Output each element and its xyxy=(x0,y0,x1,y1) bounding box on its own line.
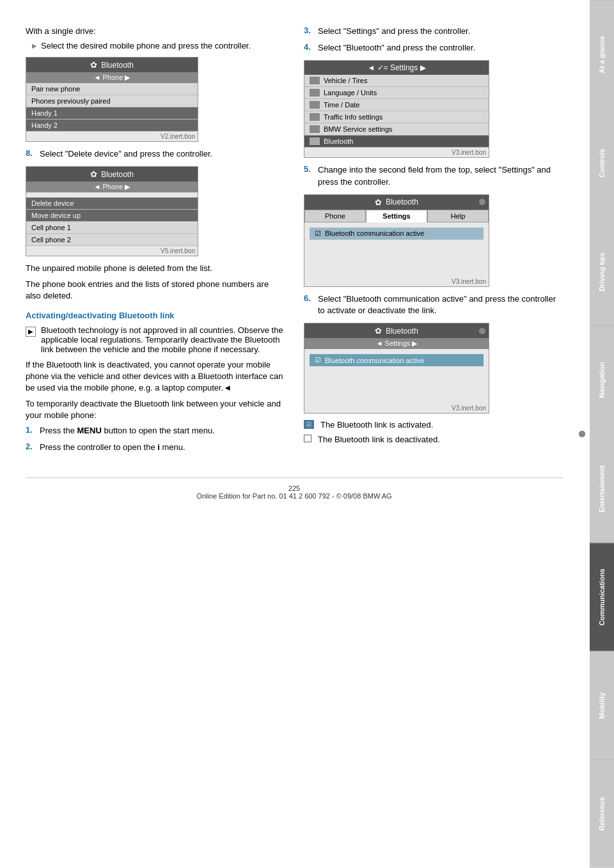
activated-label-text: The Bluetooth link is activated. xyxy=(320,420,433,430)
section-heading-bluetooth: Activating/deactivating Bluetooth link xyxy=(26,311,285,320)
settings-item-language-text: Language / Units xyxy=(324,89,377,97)
screen-settings: ◄ ✓= Settings ▶ Vehicle / Tires Language… xyxy=(304,60,489,158)
step-6-number: 6. xyxy=(304,293,314,316)
bt-activated-icon: ☑ xyxy=(315,356,321,364)
vehicle-icon xyxy=(310,77,320,84)
step-6-text: Select "Bluetooth communication active" … xyxy=(318,293,563,316)
settings-title-bar: ◄ ✓= Settings ▶ xyxy=(304,61,489,75)
bt-activated-area: ☑ Bluetooth communication active xyxy=(304,349,489,403)
screen2-item-cell1: Cell phone 1 xyxy=(26,222,198,234)
unpaired-text-2: The phone book entries and the lists of … xyxy=(26,279,285,302)
intro-text: With a single drive: xyxy=(26,26,285,37)
bt-icon-4: ✿ xyxy=(375,326,382,336)
sidebar-tab-reference[interactable]: Reference xyxy=(590,759,614,868)
triangle-icon: ▶ xyxy=(32,42,37,50)
left-column: With a single drive: ▶ Select the desire… xyxy=(26,26,285,458)
step-4: 4. Select "Bluetooth" and press the cont… xyxy=(304,42,563,54)
bt-screen-empty xyxy=(307,242,486,274)
sub-bullet-block: ▶ Select the desired mobile phone and pr… xyxy=(32,41,285,50)
step-2-text: Press the controller to open the i menu. xyxy=(40,442,285,453)
time-icon xyxy=(310,101,320,109)
sidebar-tab-entertainment[interactable]: Entertainment xyxy=(590,434,614,543)
settings-item-language: Language / Units xyxy=(304,87,489,99)
screen-bluetooth-phone: ✿ Bluetooth ◄ Phone ▶ Pair new phone Pho… xyxy=(26,57,198,142)
bt-activated-label-id: V3.inert.bon xyxy=(304,403,489,413)
screen2-item-delete: Delete device xyxy=(26,198,198,210)
settings-item-time-text: Time / Date xyxy=(324,101,359,109)
sidebar: At a glance Controls Driving tips Naviga… xyxy=(590,0,614,868)
screen1-item-handy2: Handy 2 xyxy=(26,120,198,132)
sidebar-tab-controls[interactable]: Controls xyxy=(590,109,614,217)
sidebar-tab-navigation[interactable]: Navigation xyxy=(590,325,614,434)
screen1-item-pair: Pair new phone xyxy=(26,83,198,95)
para3: To temporarily deactivate the Bluetooth … xyxy=(26,398,285,421)
settings-item-bmw-text: BMW Service settings xyxy=(324,125,393,133)
bt-tab-settings[interactable]: Settings xyxy=(366,210,427,222)
step-3-number: 3. xyxy=(304,26,314,37)
bt-tabs: Phone Settings Help xyxy=(304,210,489,222)
bt-comm-text: Bluetooth communication active xyxy=(325,229,424,237)
checkbox-icon xyxy=(304,435,311,442)
settings-item-bluetooth: Bluetooth xyxy=(304,136,489,148)
bt-activated-subtitle: ◄ Settings ▶ xyxy=(304,338,489,349)
bt-settings-dot xyxy=(479,199,485,205)
bt-communication-item: ☑ Bluetooth communication active xyxy=(310,228,484,240)
language-icon xyxy=(310,89,320,97)
settings-item-vehicle-text: Vehicle / Tires xyxy=(324,77,367,84)
screen2-label-id: V5.inert.bon xyxy=(26,246,198,256)
settings-item-traffic-text: Traffic Info settings xyxy=(324,113,382,121)
edition-text: Online Edition for Part no. 01 41 2 600 … xyxy=(26,492,563,500)
note-block: ▶ Bluetooth technology is not approved i… xyxy=(26,325,285,354)
screen2-title: Bluetooth xyxy=(101,170,134,179)
bt-icon-3: ✿ xyxy=(375,198,382,207)
bt-activated-item: ☑ Bluetooth communication active xyxy=(310,354,484,366)
step-5-text: Change into the second field from the to… xyxy=(318,164,563,187)
settings-dot xyxy=(579,431,585,437)
settings-item-vehicle: Vehicle / Tires xyxy=(304,75,489,87)
bt-activated-title-bar: ✿ Bluetooth xyxy=(304,323,489,338)
screen2-item-move: Move device up xyxy=(26,210,198,222)
screen2-spacer xyxy=(26,192,198,198)
step-1-text: Press the MENU button to open the start … xyxy=(40,425,285,437)
activated-label-row: ☑ The Bluetooth link is activated. xyxy=(304,420,563,430)
bt-settings-title: Bluetooth xyxy=(386,198,418,206)
sidebar-tab-driving-tips[interactable]: Driving tips xyxy=(590,217,614,326)
screen-delete-device: ✿ Bluetooth ◄ Phone ▶ Delete device Move… xyxy=(26,166,198,256)
step-6: 6. Select "Bluetooth communication activ… xyxy=(304,293,563,316)
settings-item-bluetooth-text: Bluetooth xyxy=(324,137,353,145)
sidebar-tab-mobility[interactable]: Mobility xyxy=(590,651,614,760)
screen1-item-previously: Phones previously paired xyxy=(26,95,198,107)
step-4-text: Select "Bluetooth" and press the control… xyxy=(318,42,563,54)
bt-activated-dot xyxy=(479,328,485,334)
step-2: 2. Press the controller to open the i me… xyxy=(26,442,285,453)
settings-item-traffic: Traffic Info settings xyxy=(304,111,489,123)
settings-item-time: Time / Date xyxy=(304,99,489,111)
bt-activated-title: Bluetooth xyxy=(386,327,418,336)
checkmark-icon: ☑ xyxy=(304,420,314,429)
settings-label-id: V3.inert.bon xyxy=(304,148,489,157)
step-8-text: Select "Delete device" and press the con… xyxy=(40,148,285,160)
screen1-title: Bluetooth xyxy=(101,61,134,70)
bt-comm-icon: ☑ xyxy=(315,229,321,238)
para2: If the Bluetooth link is deactivated, yo… xyxy=(26,359,285,394)
bt-tab-phone[interactable]: Phone xyxy=(304,210,366,222)
screen1-label-id: V2.inert.bon xyxy=(26,132,198,141)
settings-item-bmw: BMW Service settings xyxy=(304,123,489,136)
step-2-number: 2. xyxy=(26,442,36,453)
bt-settings-label-id: V3.inert.bon xyxy=(304,277,489,286)
step-4-number: 4. xyxy=(304,42,314,54)
bt-tab-help[interactable]: Help xyxy=(427,210,489,222)
bt-activated-empty xyxy=(307,369,486,401)
bt-activated-text: Bluetooth communication active xyxy=(325,357,424,364)
screen1-item-handy1: Handy 1 xyxy=(26,107,198,120)
bt-icon-1: ✿ xyxy=(90,60,97,70)
screen-bt-activated: ✿ Bluetooth ◄ Settings ▶ ☑ Bluetooth com… xyxy=(304,323,489,414)
screen2-subtitle: ◄ Phone ▶ xyxy=(26,182,198,192)
screen2-item-cell2: Cell phone 2 xyxy=(26,234,198,246)
sidebar-tab-at-a-glance[interactable]: At a glance xyxy=(590,0,614,109)
sidebar-tab-communications[interactable]: Communications xyxy=(590,543,614,651)
screen1-title-bar: ✿ Bluetooth xyxy=(26,58,198,72)
bt-settings-title-bar: ✿ Bluetooth xyxy=(304,195,489,210)
note-text: Bluetooth technology is not approved in … xyxy=(41,325,285,354)
page-number: 225 xyxy=(26,484,563,492)
